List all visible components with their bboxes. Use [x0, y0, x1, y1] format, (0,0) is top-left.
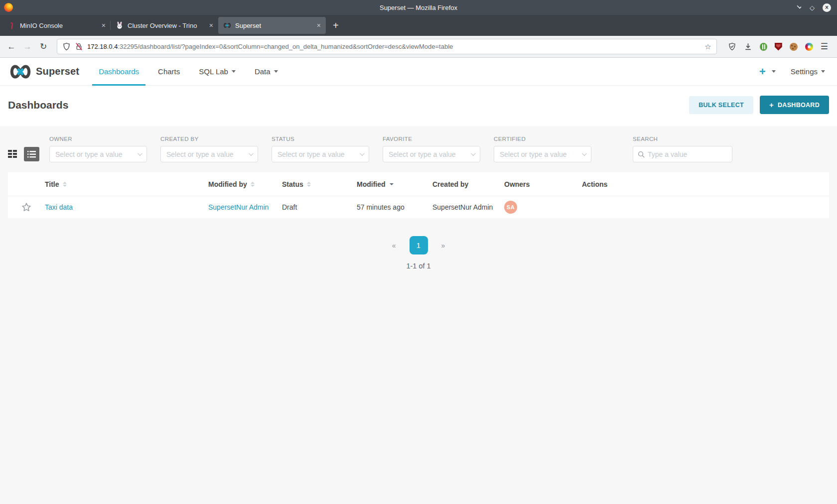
pagination-next-icon[interactable]: » [441, 242, 445, 250]
url-host: 172.18.0.4 [87, 43, 118, 50]
tracking-protection-shield-icon[interactable] [62, 42, 71, 51]
tab-close-icon[interactable]: × [209, 21, 213, 29]
menu-hamburger-icon[interactable]: ☰ [821, 41, 828, 52]
nav-label: SQL Lab [199, 67, 228, 76]
filter-created-by: CREATED BY Select or type a value [160, 136, 258, 162]
bulk-select-button[interactable]: BULK SELECT [689, 96, 753, 114]
modified-by-link[interactable]: SupersetNur Admin [208, 203, 269, 211]
created-by-select[interactable]: Select or type a value [160, 146, 258, 162]
bulk-select-label: BULK SELECT [698, 102, 744, 109]
privacy-badger-icon[interactable] [760, 43, 767, 51]
tab-label: MinIO Console [20, 22, 98, 29]
new-dashboard-button[interactable]: + DASHBOARD [760, 96, 829, 114]
filter-search: SEARCH [633, 136, 732, 162]
tab-bar: MinIO Console × Cluster Overview - Trino… [0, 15, 837, 36]
maximize-icon[interactable]: ◇ [810, 4, 815, 11]
column-header-modified-sorted-desc[interactable]: Modified [357, 180, 432, 188]
column-header-modified-by[interactable]: Modified by [208, 180, 282, 188]
color-wheel-extension-icon[interactable] [805, 43, 813, 51]
ublock-origin-icon[interactable] [775, 43, 782, 51]
bookmark-star-icon[interactable]: ☆ [704, 42, 711, 51]
minimize-icon[interactable] [797, 4, 801, 8]
window-titlebar: Superset — Mozilla Firefox ◇ × [0, 0, 837, 15]
chevron-down-icon [772, 70, 776, 73]
forward-icon[interactable]: → [22, 42, 33, 52]
view-toggles [8, 146, 39, 162]
row-title: Taxi data [45, 203, 208, 211]
tab-superset-active[interactable]: Superset × [218, 17, 326, 34]
select-placeholder: Select or type a value [500, 150, 567, 158]
nav-item-data[interactable]: Data [248, 58, 284, 85]
navbar-right: + Settings [759, 66, 828, 77]
nav-item-dashboards[interactable]: Dashboards [92, 58, 145, 85]
new-item-menu-button[interactable]: + [759, 66, 776, 77]
settings-menu-button[interactable]: Settings [791, 67, 825, 76]
nav-item-charts[interactable]: Charts [151, 58, 186, 85]
url-bar[interactable]: 172.18.0.4:32295/dashboard/list/?pageInd… [57, 39, 717, 54]
window-controls: ◇ × [797, 3, 837, 12]
toolbar-extensions: ☰ [725, 41, 831, 52]
search-icon [638, 151, 645, 158]
filter-owner: OWNER Select or type a value [49, 136, 147, 162]
filter-label: CERTIFIED [494, 136, 591, 142]
certified-select[interactable]: Select or type a value [494, 146, 591, 162]
protections-shield-check-icon[interactable] [728, 42, 736, 51]
dashboards-table: Title Modified by Status Modified Create… [8, 172, 829, 218]
tab-trino-cluster-overview[interactable]: Cluster Overview - Trino × [111, 17, 218, 34]
new-tab-button[interactable]: + [333, 20, 339, 31]
reload-icon[interactable]: ↻ [38, 41, 49, 52]
status-select[interactable]: Select or type a value [272, 146, 369, 162]
insecure-lock-icon[interactable] [75, 42, 83, 51]
select-placeholder: Select or type a value [389, 150, 456, 158]
column-label: Title [45, 180, 59, 188]
superset-logo-icon [9, 64, 32, 79]
column-header-status[interactable]: Status [282, 180, 357, 188]
tab-minio-console[interactable]: MinIO Console × [3, 17, 111, 34]
page-header: Dashboards BULK SELECT + DASHBOARD [0, 86, 837, 126]
row-modified: 57 minutes ago [357, 203, 432, 211]
owner-select[interactable]: Select or type a value [49, 146, 147, 162]
tab-label: Cluster Overview - Trino [128, 22, 205, 29]
trino-favicon-icon [116, 21, 124, 29]
pagination: « 1 » [0, 236, 837, 254]
row-created-by: SupersetNur Admin [432, 203, 504, 211]
filter-status: STATUS Select or type a value [272, 136, 369, 162]
filter-label: FAVORITE [383, 136, 480, 142]
select-placeholder: Select or type a value [166, 150, 234, 158]
tab-close-icon[interactable]: × [317, 21, 321, 29]
filter-certified: CERTIFIED Select or type a value [494, 136, 591, 162]
list-view-icon [27, 151, 36, 158]
favorite-star-icon[interactable] [21, 202, 31, 212]
favorite-select[interactable]: Select or type a value [383, 146, 480, 162]
page-title: Dashboards [8, 99, 68, 111]
chevron-down-icon [274, 70, 278, 73]
filter-bar: OWNER Select or type a value CREATED BY … [0, 136, 837, 162]
pagination-page-1[interactable]: 1 [410, 236, 428, 254]
search-input[interactable] [648, 150, 727, 158]
card-view-icon[interactable] [8, 150, 17, 158]
nav-item-sql-lab[interactable]: SQL Lab [192, 58, 242, 85]
row-owners: SA [504, 201, 582, 214]
nav-items: Dashboards Charts SQL Lab Data [92, 58, 290, 85]
new-dashboard-label: DASHBOARD [778, 102, 820, 109]
tab-close-icon[interactable]: × [102, 21, 106, 29]
column-header-title[interactable]: Title [45, 180, 208, 188]
downloads-icon[interactable] [744, 42, 752, 51]
table-header-row: Title Modified by Status Modified Create… [8, 172, 829, 196]
pagination-prev-icon[interactable]: « [392, 242, 396, 250]
back-icon[interactable]: ← [6, 42, 17, 52]
dashboard-link[interactable]: Taxi data [45, 203, 73, 211]
select-placeholder: Select or type a value [55, 150, 123, 158]
close-window-icon[interactable]: × [823, 3, 831, 12]
sort-icons [307, 182, 311, 187]
chevron-down-icon [138, 151, 142, 156]
owner-avatar[interactable]: SA [504, 201, 517, 214]
list-view-toggle-active[interactable] [24, 147, 39, 161]
superset-brand[interactable]: Superset [9, 64, 79, 79]
nav-label: Charts [158, 67, 180, 76]
nav-label: Data [255, 67, 271, 76]
column-label: Created by [432, 180, 468, 188]
settings-label: Settings [791, 67, 818, 76]
nav-label: Dashboards [99, 67, 139, 76]
cookie-extension-icon[interactable] [790, 43, 798, 51]
